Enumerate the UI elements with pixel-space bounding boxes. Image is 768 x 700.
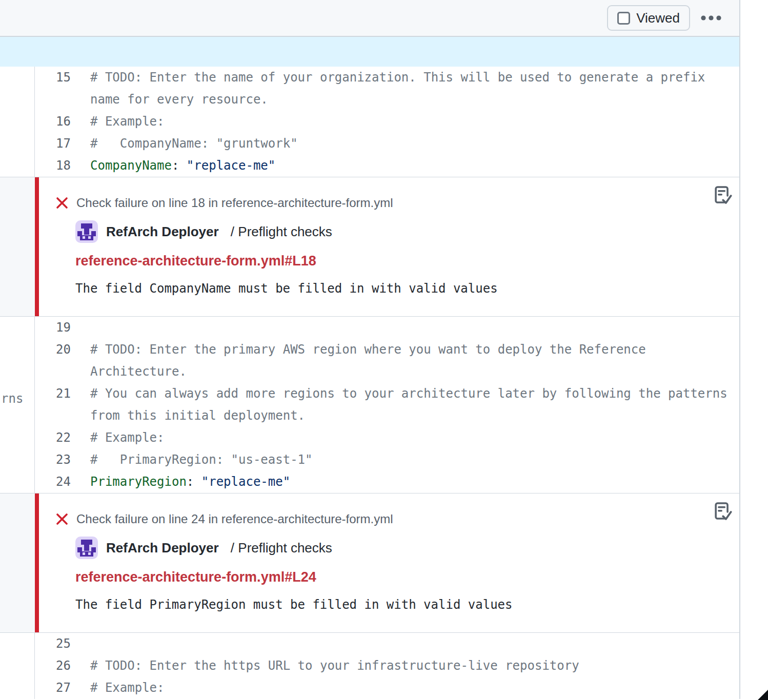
line-number[interactable]: 27 <box>35 677 71 699</box>
code-text: # PrimaryRegion: "us-east-1" <box>90 449 738 471</box>
code-text <box>90 317 738 339</box>
line-number[interactable]: 15 <box>35 67 71 111</box>
annotation-danger-stripe <box>35 493 39 632</box>
code-lines: 25 26# TODO: Enter the https URL to your… <box>35 633 739 699</box>
x-icon <box>55 512 69 526</box>
annotation-danger-stripe <box>35 177 39 316</box>
annotation-gutter <box>0 493 35 632</box>
code-text: CompanyName: "replace-me" <box>90 155 738 177</box>
code-text: PrimaryRegion: "replace-me" <box>90 471 738 493</box>
code-lines: 15# TODO: Enter the name of your organiz… <box>35 67 739 177</box>
code-text: # TODO: Enter the https URL to your infr… <box>90 655 738 677</box>
code-line: 16# Example: <box>35 111 739 133</box>
diff-file-card: Viewed 15# TODO: Enter the name of your … <box>0 0 740 699</box>
expand-hunk-row[interactable] <box>0 37 739 67</box>
viewed-checkbox-icon[interactable] <box>617 12 630 25</box>
viewed-toggle-button[interactable]: Viewed <box>607 5 690 31</box>
left-pane-text-fragment: rns <box>1 388 23 410</box>
check-run-name: / Preflight checks <box>227 224 332 240</box>
code-text <box>90 633 738 655</box>
refarch-deployer-avatar <box>75 220 98 243</box>
line-number[interactable]: 17 <box>35 133 71 155</box>
code-section: 15# TODO: Enter the name of your organiz… <box>0 67 739 177</box>
code-line: 21# You can always add more regions to y… <box>35 383 739 427</box>
view-check-button[interactable] <box>712 184 732 209</box>
code-line: 15# TODO: Enter the name of your organiz… <box>35 67 739 111</box>
code-line: 27# Example: <box>35 677 739 699</box>
tasklist-check-icon <box>712 184 732 207</box>
code-text: # Example: <box>90 677 738 699</box>
check-app-name: RefArch Deployer <box>106 224 219 240</box>
code-line: 26# TODO: Enter the https URL to your in… <box>35 655 739 677</box>
code-line: 18CompanyName: "replace-me" <box>35 155 739 177</box>
code-line: 19 <box>35 317 739 339</box>
line-number[interactable]: 26 <box>35 655 71 677</box>
annotation-message: The field PrimaryRegion must be filled i… <box>75 598 703 612</box>
annotation-body: Check failure on line 18 in reference-ar… <box>39 177 739 316</box>
view-check-button[interactable] <box>712 501 732 525</box>
code-line: 17# CompanyName: "gruntwork" <box>35 133 739 155</box>
code-text: # Example: <box>90 427 738 449</box>
code-text: # CompanyName: "gruntwork" <box>90 133 738 155</box>
viewed-label: Viewed <box>636 10 680 26</box>
mouse-cursor <box>758 690 768 700</box>
annotation-title: Check failure on line 18 in reference-ar… <box>76 196 393 210</box>
line-number[interactable]: 18 <box>35 155 71 177</box>
code-text: # You can always add more regions to you… <box>90 383 738 427</box>
check-annotation: Check failure on line 24 in reference-ar… <box>0 493 739 633</box>
check-annotation: Check failure on line 18 in reference-ar… <box>0 177 739 317</box>
line-number[interactable]: 21 <box>35 383 71 427</box>
check-run-name: / Preflight checks <box>227 540 332 556</box>
code-section: 19 20# TODO: Enter the primary AWS regio… <box>0 317 739 493</box>
refarch-deployer-avatar <box>75 537 98 559</box>
code-line: 24PrimaryRegion: "replace-me" <box>35 471 739 493</box>
annotation-body: Check failure on line 24 in reference-ar… <box>39 493 739 632</box>
line-number[interactable]: 23 <box>35 449 71 471</box>
diff-left-gutter <box>0 67 35 177</box>
code-line: 23# PrimaryRegion: "us-east-1" <box>35 449 739 471</box>
code-line: 22# Example: <box>35 427 739 449</box>
check-app-name: RefArch Deployer <box>106 540 219 556</box>
line-number[interactable]: 25 <box>35 633 71 655</box>
tasklist-check-icon <box>712 501 732 523</box>
annotation-gutter <box>0 177 35 316</box>
code-lines: 19 20# TODO: Enter the primary AWS regio… <box>35 317 739 493</box>
line-number[interactable]: 20 <box>35 339 71 383</box>
diff-left-gutter <box>0 633 35 699</box>
line-number[interactable]: 22 <box>35 427 71 449</box>
annotation-file-link[interactable]: reference-architecture-form.yml#L24 <box>75 570 316 584</box>
x-icon <box>55 196 69 210</box>
code-line: 20# TODO: Enter the primary AWS region w… <box>35 339 739 383</box>
code-text: # TODO: Enter the primary AWS region whe… <box>90 339 738 383</box>
annotation-title: Check failure on line 24 in reference-ar… <box>76 512 393 526</box>
kebab-horizontal-icon <box>700 15 722 21</box>
kebab-menu-button[interactable] <box>697 12 725 24</box>
code-line: 25 <box>35 633 739 655</box>
code-text: # TODO: Enter the name of your organizat… <box>90 67 738 111</box>
code-section: 25 26# TODO: Enter the https URL to your… <box>0 633 739 699</box>
diff-file-header: Viewed <box>0 0 739 37</box>
line-number[interactable]: 24 <box>35 471 71 493</box>
annotation-file-link[interactable]: reference-architecture-form.yml#L18 <box>75 254 316 268</box>
annotation-message: The field CompanyName must be filled in … <box>75 281 703 296</box>
line-number[interactable]: 16 <box>35 111 71 133</box>
line-number[interactable]: 19 <box>35 317 71 339</box>
code-text: # Example: <box>90 111 738 133</box>
